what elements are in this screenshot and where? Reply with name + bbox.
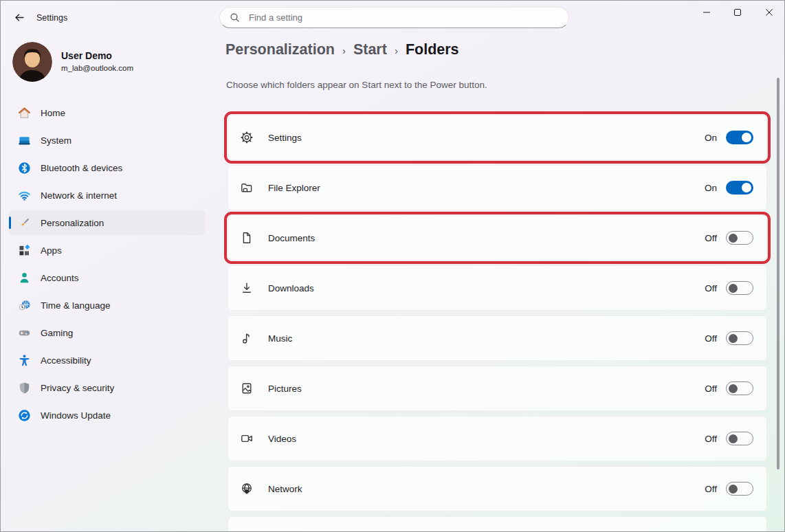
toggle-state-label: Off [705,434,717,444]
sidebar-item-accounts[interactable]: Accounts [9,265,205,290]
sidebar-item-system[interactable]: System [9,128,205,153]
sidebar-item-label: Privacy & security [41,383,114,393]
sidebar-item-label: Gaming [41,328,73,338]
folder-row-music: MusicOff [228,315,767,361]
folder-label: Pictures [268,384,302,394]
folder-row-file-explorer: File ExplorerOn [228,165,767,210]
apps-icon [17,243,31,257]
folder-label: Downloads [268,283,314,293]
breadcrumb-item-personalization[interactable]: Personalization [225,41,335,58]
toggle-knob [729,384,738,393]
gaming-icon [17,326,31,340]
toggle-knob [729,284,738,293]
folders-section: SettingsOnFile ExplorerOnDocumentsOffDow… [228,115,767,532]
sidebar-item-label: Windows Update [41,410,111,421]
video-camera-icon [240,432,254,445]
download-icon [240,281,254,295]
sidebar-item-privacy-security[interactable]: Privacy & security [9,375,205,400]
selected-indicator [9,217,11,229]
breadcrumb-item-folders: Folders [406,41,459,58]
search-icon [229,12,241,23]
sidebar-item-label: Bluetooth & devices [41,163,122,173]
sidebar-nav: HomeSystemBluetooth & devicesNetwork & i… [1,100,209,430]
toggle-file-explorer[interactable] [726,181,753,195]
sidebar-item-label: Network & internet [41,190,117,201]
sidebar-item-home[interactable]: Home [9,100,205,125]
toggle-knob [729,234,738,243]
toggle-knob [742,133,751,142]
toggle-knob [729,434,738,443]
toggle-state-label: Off [705,233,717,243]
user-name: User Demo [61,50,112,61]
breadcrumb-separator: › [395,45,398,56]
toggle-state-label: Off [705,384,717,394]
picture-icon [240,381,254,395]
sidebar-item-label: Time & language [41,300,111,311]
gear-icon [240,131,254,144]
folder-label: Network [268,484,302,494]
folder-row-videos: VideosOff [228,416,767,461]
sidebar-item-personalization[interactable]: Personalization [9,210,205,235]
system-icon [17,133,31,147]
sidebar-item-time-language[interactable]: Time & language [9,293,205,318]
maximize-icon [733,7,742,19]
folder-list: SettingsOnFile ExplorerOnDocumentsOffDow… [228,115,767,511]
personalization-icon [17,216,31,230]
toggle-knob [729,485,738,494]
page-description: Choose which folders appear on Start nex… [226,80,487,90]
toggle-state-label: Off [705,333,717,344]
toggle-state-label: On [705,183,717,193]
sidebar-item-label: Home [41,108,65,118]
toggle-documents[interactable] [726,231,753,245]
document-icon [240,231,254,245]
globe-network-icon [240,482,254,496]
user-avatar[interactable] [12,42,52,82]
toggle-state-label: Off [705,484,717,494]
folder-row-settings: SettingsOn [228,115,767,160]
toggle-settings[interactable] [726,131,753,144]
accessibility-icon [17,353,31,367]
sidebar-item-apps[interactable]: Apps [9,238,205,263]
folder-label: Settings [268,133,302,143]
time-language-icon [17,298,31,312]
toggle-state-label: On [705,133,717,143]
wifi-icon [17,188,31,202]
minimize-icon [703,7,711,19]
folder-row-pictures: PicturesOff [228,366,767,411]
toggle-pictures[interactable] [726,381,753,395]
breadcrumb-item-start[interactable]: Start [353,41,387,58]
vertical-scrollbar[interactable] [777,78,780,469]
toggle-knob [729,334,738,343]
folder-label: Videos [268,434,296,444]
folder-label: Documents [268,233,315,243]
toggle-videos[interactable] [726,432,753,445]
settings-window: Settings User Demo m_lab@ou [0,0,785,532]
minimize-button[interactable] [691,1,722,25]
toggle-music[interactable] [726,331,753,345]
home-icon [17,106,31,120]
search-box[interactable] [219,7,569,28]
bluetooth-icon [17,161,31,175]
sidebar-item-gaming[interactable]: Gaming [9,320,205,345]
toggle-network[interactable] [726,482,753,496]
sidebar: User Demo m_lab@outlook.com HomeSystemBl… [1,1,209,531]
toggle-knob [742,183,751,192]
toggle-downloads[interactable] [726,281,753,295]
user-email: m_lab@outlook.com [61,64,133,72]
search-input[interactable] [247,12,564,23]
sidebar-item-label: Accounts [41,273,79,283]
close-button[interactable] [753,1,785,25]
shield-icon [17,381,31,395]
sidebar-item-label: Apps [41,245,62,256]
windows-update-icon [17,408,31,422]
folder-label: File Explorer [268,183,320,193]
maximize-button[interactable] [722,1,753,25]
sidebar-item-accessibility[interactable]: Accessibility [9,348,205,373]
sidebar-item-label: System [41,135,71,146]
sidebar-item-windows-update[interactable]: Windows Update [9,403,205,428]
folder-row-downloads: DownloadsOff [228,265,767,311]
folder-row-network: NetworkOff [228,466,767,511]
sidebar-item-bluetooth-devices[interactable]: Bluetooth & devices [9,155,205,180]
sidebar-item-network-internet[interactable]: Network & internet [9,183,205,208]
folder-row-documents: DocumentsOff [228,215,767,261]
